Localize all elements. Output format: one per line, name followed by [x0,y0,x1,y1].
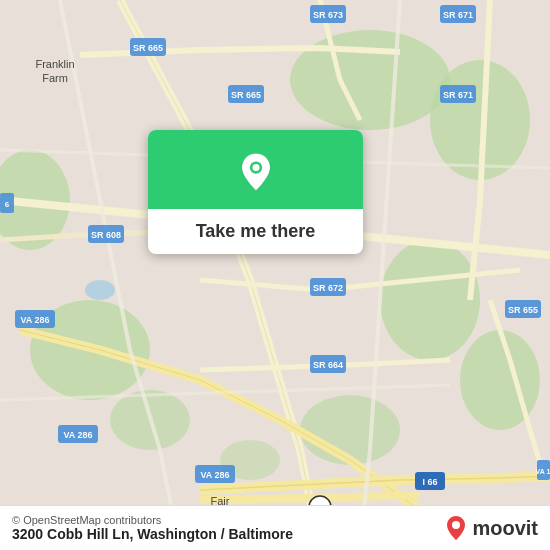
moovit-brand-text: moovit [472,517,538,540]
svg-point-0 [290,30,450,130]
svg-text:VA 286: VA 286 [63,430,92,440]
bottom-bar-left: © OpenStreetMap contributors 3200 Cobb H… [12,514,293,542]
svg-point-4 [380,240,480,360]
take-me-there-button[interactable]: Take me there [196,221,316,242]
svg-text:SR 665: SR 665 [133,43,163,53]
svg-text:SR 665: SR 665 [231,90,261,100]
svg-text:VA 1: VA 1 [536,468,550,475]
svg-text:Farm: Farm [42,72,68,84]
svg-text:I 66: I 66 [422,477,437,487]
svg-text:Franklin: Franklin [35,58,74,70]
map-container: SR 665 SR 673 SR 671 SR 665 SR 671 SR 60… [0,0,550,550]
svg-text:SR 664: SR 664 [313,360,343,370]
svg-point-48 [452,521,460,529]
green-pin-section [148,130,363,209]
svg-point-9 [85,280,115,300]
svg-text:SR 671: SR 671 [443,90,473,100]
moovit-logo: moovit [444,514,538,542]
attribution-text: © OpenStreetMap contributors [12,514,293,526]
svg-text:6: 6 [5,200,10,209]
svg-text:SR 655: SR 655 [508,305,538,315]
button-overlay: Take me there [148,130,363,254]
svg-text:SR 672: SR 672 [313,283,343,293]
svg-point-7 [300,395,400,465]
map-svg: SR 665 SR 673 SR 671 SR 665 SR 671 SR 60… [0,0,550,550]
location-pin-icon [234,150,278,194]
svg-text:SR 671: SR 671 [443,10,473,20]
svg-text:VA 286: VA 286 [200,470,229,480]
address-text: 3200 Cobb Hill Ln, Washington / Baltimor… [12,526,293,542]
bottom-bar: © OpenStreetMap contributors 3200 Cobb H… [0,505,550,550]
svg-text:VA 286: VA 286 [20,315,49,325]
svg-text:SR 673: SR 673 [313,10,343,20]
svg-point-47 [252,164,259,171]
svg-text:SR 608: SR 608 [91,230,121,240]
button-text-section[interactable]: Take me there [148,209,363,254]
moovit-pin-icon [444,514,468,542]
